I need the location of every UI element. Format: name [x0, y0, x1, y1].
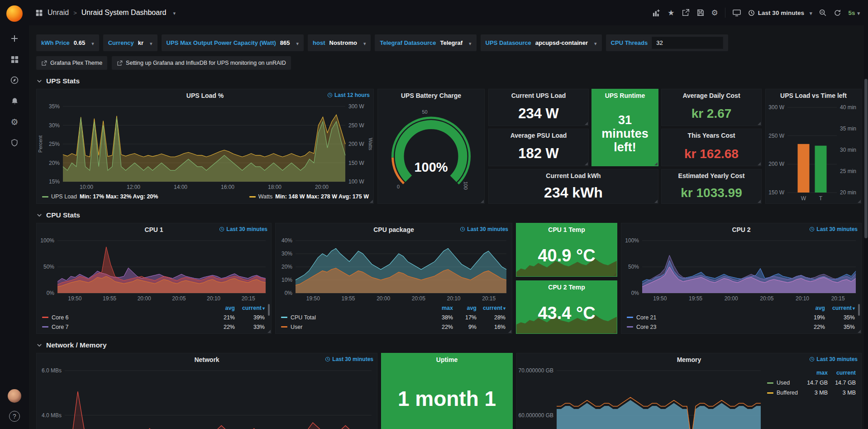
add-panel-icon[interactable] — [652, 9, 661, 17]
tv-mode-icon[interactable] — [732, 8, 741, 17]
svg-text:150 W: 150 W — [348, 160, 364, 166]
network-chart[interactable]: 6.0 MBs4.0 MBs2.0 MBs — [37, 366, 377, 429]
battery-gauge-chart[interactable]: 050100 — [378, 102, 484, 203]
grafana-app: ⚙ ? Unraid > Unraid System Dashboard — [0, 0, 868, 429]
panel-ups-load: UPS Load % Last 12 hours 35%30%25%20%15%… — [36, 89, 374, 204]
svg-text:18:00: 18:00 — [268, 184, 281, 190]
variable-currency[interactable]: Currency kr — [103, 34, 157, 51]
breadcrumb-folder[interactable]: Unraid — [48, 9, 69, 17]
svg-text:0: 0 — [397, 184, 400, 189]
panel-cpu-package: CPU package Last 30 minutes 40%30%20%10%… — [275, 223, 512, 334]
svg-text:100%: 100% — [40, 237, 54, 244]
time-override: Last 30 minutes — [809, 356, 858, 362]
explore-compass-icon[interactable] — [10, 75, 19, 85]
clock-icon — [325, 357, 330, 362]
svg-text:40 min: 40 min — [840, 104, 856, 111]
svg-text:Percent: Percent — [38, 135, 43, 153]
help-icon[interactable]: ? — [9, 411, 20, 422]
dashboard-title[interactable]: Unraid System Dashboard — [81, 9, 167, 17]
navbar: Unraid > Unraid System Dashboard ★ ⚙ — [29, 0, 868, 25]
svg-text:19:50: 19:50 — [68, 295, 81, 302]
ups-load-chart[interactable]: 35%30%25%20%15%300 W250 W200 W150 W100 W… — [37, 102, 373, 192]
legend-scrollbar[interactable] — [268, 304, 270, 316]
svg-text:19:50: 19:50 — [306, 295, 320, 302]
panel-network: Network Last 30 minutes 6.0 MBs4.0 MBs2.… — [36, 353, 377, 429]
svg-text:Watts: Watts — [368, 138, 373, 150]
link-grafana-plex-theme[interactable]: Grafana Plex Theme — [36, 56, 107, 70]
title-caret-down-icon[interactable] — [171, 9, 176, 17]
stat-value: kr 162.68 — [684, 147, 739, 160]
ups-stats-row: UPS Load % Last 12 hours 35%30%25%20%15%… — [36, 89, 862, 204]
stat-value: kr 1033.99 — [681, 186, 742, 199]
clock-icon — [809, 357, 815, 362]
svg-text:30 min: 30 min — [840, 147, 856, 153]
server-admin-shield-icon[interactable] — [10, 138, 19, 148]
ups-bars-chart[interactable]: 300 W250 W200 W150 W40 min35 min30 min25… — [766, 102, 861, 203]
panel-title[interactable]: UPS Battery Charge — [401, 92, 461, 99]
gauge-value: 100% — [378, 160, 484, 175]
share-icon[interactable] — [682, 9, 690, 17]
time-override: Last 12 hours — [327, 92, 370, 98]
variable-telegraf-datasource[interactable]: Telegraf Datasource Telegraf — [375, 34, 476, 51]
series-dash — [281, 326, 287, 328]
time-override: Last 30 minutes — [219, 226, 267, 232]
legend-scrollbar[interactable] — [858, 304, 860, 316]
zoom-out-icon[interactable] — [819, 9, 827, 17]
series-dash — [42, 196, 48, 198]
cpu2-chart[interactable]: 100%50%0%19:5019:5520:0020:0520:1020:15 — [621, 236, 861, 303]
svg-text:W: W — [801, 195, 806, 202]
svg-text:15%: 15% — [49, 178, 60, 185]
link-ups-monitoring-guide[interactable]: Setting up Grafana and InfluxDB for UPS … — [112, 56, 291, 70]
variable-kwh-price[interactable]: kWh Price 0.65 — [36, 34, 99, 51]
section-cpu-stats[interactable]: CPU Stats — [36, 211, 862, 219]
panel-title[interactable]: UPS Load % — [186, 92, 224, 99]
cpu1-chart[interactable]: 100%50%0%19:5019:5520:0020:0520:1020:15 — [37, 236, 271, 303]
caret-down-icon — [361, 39, 366, 47]
svg-text:20:15: 20:15 — [242, 295, 255, 302]
dashboard-grid-icon[interactable] — [35, 9, 43, 17]
svg-text:14:00: 14:00 — [174, 184, 187, 190]
dashboard-content: kWh Price 0.65 Currency kr UPS Max Outpu… — [29, 25, 868, 429]
section-network-memory[interactable]: Network / Memory — [36, 341, 862, 349]
chevron-down-icon — [36, 78, 43, 84]
cpu-package-chart[interactable]: 40%30%20%10%0%19:5019:5520:0020:0520:102… — [276, 236, 512, 303]
memory-chart[interactable]: 70.000000 GB60.000000 GB50.000000 GB — [517, 366, 765, 429]
time-range-picker[interactable]: Last 30 minutes — [748, 10, 812, 16]
navbar-actions: ★ ⚙ Last 30 minutes — [652, 8, 860, 18]
svg-text:4.0 MBs: 4.0 MBs — [42, 412, 62, 419]
variable-ups-max-output[interactable]: UPS Max Output Power Capacity (Watt) 865 — [162, 34, 304, 51]
svg-text:70.000000 GB: 70.000000 GB — [519, 367, 553, 374]
series-dash — [249, 196, 256, 198]
panel-cpu-1-temp: CPU 1 Temp 40.9 °C — [516, 223, 617, 277]
svg-text:100%: 100% — [625, 237, 639, 244]
legend: avg current Core 21 19% 35% Core 23 22% — [621, 303, 861, 333]
save-icon[interactable] — [696, 9, 705, 17]
svg-text:100 W: 100 W — [348, 178, 364, 185]
panel-ups-runtime: UPS Runtime 31 minutes left! — [591, 89, 658, 166]
section-ups-stats[interactable]: UPS Stats — [36, 77, 862, 85]
cpu-threads-input[interactable]: 32 — [652, 37, 723, 49]
clock-icon — [809, 227, 815, 232]
main-area: Unraid > Unraid System Dashboard ★ ⚙ — [29, 0, 868, 429]
svg-text:10%: 10% — [281, 277, 292, 283]
time-caret-down-icon — [807, 10, 812, 16]
variable-host[interactable]: host Nostromo — [308, 34, 371, 51]
scrollbar-thumb[interactable] — [864, 79, 868, 238]
dashboard-settings-icon[interactable]: ⚙ — [711, 9, 718, 17]
panel-average-daily-cost: Average Daily Cost kr 2.67 — [661, 89, 762, 126]
grafana-logo-icon[interactable] — [6, 5, 23, 22]
create-plus-icon[interactable] — [10, 34, 19, 43]
user-avatar[interactable] — [8, 389, 21, 403]
svg-text:30%: 30% — [281, 251, 292, 257]
alerting-bell-icon[interactable] — [10, 96, 19, 106]
refresh-interval-picker[interactable]: 5s — [848, 10, 860, 16]
dashboards-icon[interactable] — [10, 54, 19, 64]
caret-down-icon — [467, 39, 472, 47]
svg-text:10:00: 10:00 — [80, 184, 93, 190]
legend-row: Core 23 22% 35% — [627, 322, 855, 332]
refresh-icon[interactable] — [834, 9, 841, 17]
star-icon[interactable]: ★ — [668, 9, 674, 17]
configuration-gear-icon[interactable]: ⚙ — [10, 117, 19, 127]
variable-ups-datasource[interactable]: UPS Datasource apcupsd-container — [481, 34, 602, 51]
refresh-caret-down-icon — [855, 10, 860, 16]
